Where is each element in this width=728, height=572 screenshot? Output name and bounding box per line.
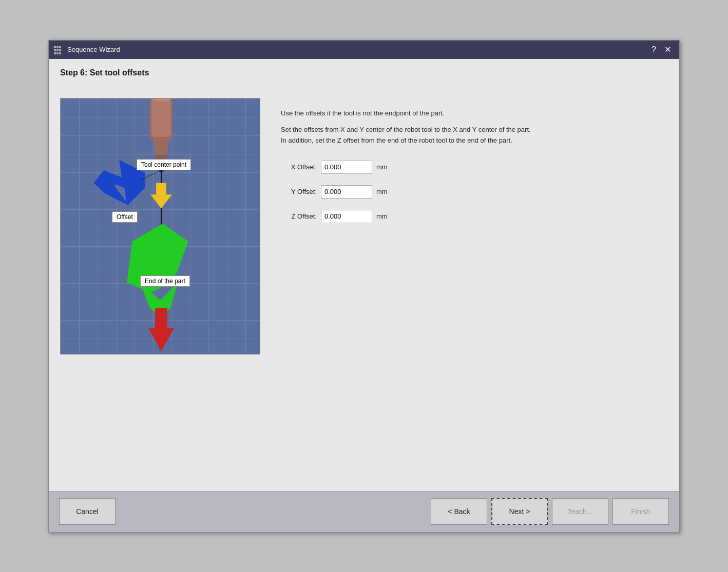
tooltip-offset: Offset [112, 211, 138, 223]
x-offset-label: X Offset: [281, 163, 317, 171]
diagram-image: Tool center point Offset End of the part [60, 98, 260, 354]
desc-line2: Set the offsets from X and Y center of t… [281, 125, 538, 146]
tooltip-tcp: Tool center point [137, 159, 191, 170]
footer: Cancel < Back Next > Teach... Finish [49, 491, 679, 532]
svg-marker-12 [148, 308, 174, 351]
title-bar-controls: ? ✕ [648, 45, 674, 54]
back-button[interactable]: < Back [431, 498, 487, 525]
y-offset-unit: mm [376, 188, 388, 195]
title-bar-left: Sequence Wizard [54, 46, 120, 53]
y-offset-label: Y Offset: [281, 188, 317, 195]
y-offset-row: Y Offset: mm [281, 185, 668, 199]
diagram-area: Tool center point Offset End of the part [60, 98, 260, 354]
z-offset-unit: mm [376, 212, 388, 220]
svg-marker-9 [150, 183, 172, 208]
footer-right: < Back Next > Teach... Finish [431, 498, 669, 525]
tooltip-eop: End of the part [140, 275, 190, 287]
page-title: Step 6: Set tool offsets [60, 68, 668, 77]
footer-left: Cancel [59, 498, 431, 525]
main-window: Sequence Wizard ? ✕ Step 6: Set tool off… [48, 40, 680, 532]
cancel-button[interactable]: Cancel [59, 498, 116, 525]
desc-line1: Use the offsets if the tool is not the e… [281, 108, 538, 119]
description-text: Use the offsets if the tool is not the e… [281, 108, 538, 146]
main-content: Tool center point Offset End of the part… [60, 88, 668, 486]
svg-rect-1 [151, 98, 171, 137]
z-offset-input[interactable] [321, 210, 372, 223]
window-title: Sequence Wizard [67, 46, 120, 53]
content-area: Step 6: Set tool offsets [49, 59, 679, 491]
x-offset-unit: mm [376, 163, 388, 171]
right-panel: Use the offsets if the tool is not the e… [281, 98, 668, 234]
z-offset-label: Z Offset: [281, 212, 317, 220]
sequence-wizard-icon [54, 46, 63, 53]
y-offset-input[interactable] [321, 185, 372, 199]
x-offset-input[interactable] [321, 161, 372, 174]
z-offset-row: Z Offset: mm [281, 210, 668, 223]
x-offset-row: X Offset: mm [281, 161, 668, 174]
close-button[interactable]: ✕ [661, 45, 674, 54]
teach-button[interactable]: Teach... [552, 498, 608, 525]
svg-marker-3 [152, 136, 170, 154]
finish-button[interactable]: Finish [612, 498, 669, 525]
title-bar: Sequence Wizard ? ✕ [49, 41, 679, 59]
diagram-svg [61, 98, 260, 354]
help-button[interactable]: ? [648, 45, 659, 54]
next-button[interactable]: Next > [491, 498, 548, 525]
